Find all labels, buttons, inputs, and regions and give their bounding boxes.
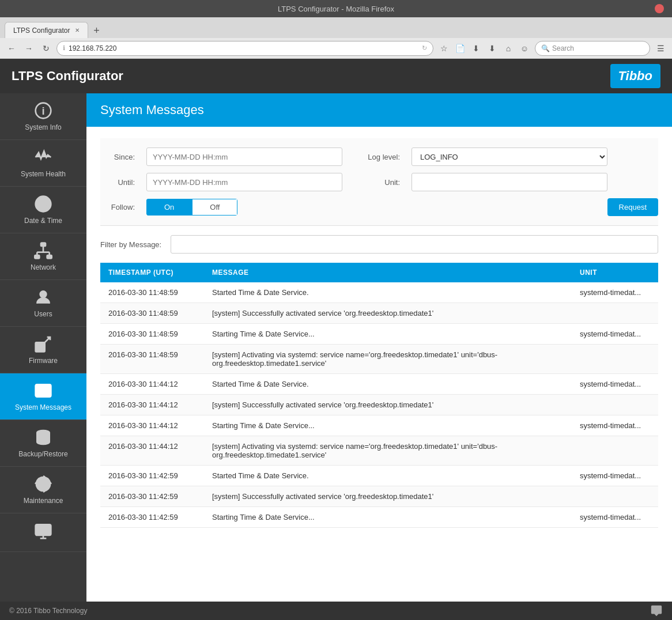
table-row: 2016-03-30 11:42:59 [system] Successfull…: [100, 486, 658, 507]
sidebar-item-date-time[interactable]: Date & Time: [0, 187, 86, 233]
filter-message-label: Filter by Message:: [100, 240, 161, 249]
svg-rect-3: [41, 243, 46, 246]
cell-message: [system] Successfully activated service …: [204, 395, 572, 415]
sidebar-item-backup-restore[interactable]: Backup/Restore: [0, 420, 86, 467]
back-button[interactable]: ←: [5, 41, 18, 55]
top-controls: Since: Log level: LOG_INFO LOG_DEBUG LOG…: [100, 138, 658, 226]
sidebar-item-firmware[interactable]: Firmware: [0, 327, 86, 373]
sidebar-label-system-info: System Info: [25, 123, 61, 131]
table-row: 2016-03-30 11:48:59 Starting Time & Date…: [100, 324, 658, 345]
filter-message-row: Filter by Message:: [100, 235, 658, 254]
follow-request-row: Follow: On Off Request: [100, 198, 658, 216]
page-header: System Messages: [86, 93, 672, 127]
sidebar-label-system-messages: System Messages: [15, 403, 71, 411]
request-button[interactable]: Request: [607, 198, 658, 216]
sidebar-item-users[interactable]: Users: [0, 280, 86, 327]
log-table: TIMESTAMP (UTC) MESSAGE UNIT 2016-03-30 …: [100, 263, 658, 528]
cell-unit: systemd-timedat...: [572, 415, 658, 436]
cell-message: Started Time & Date Service.: [204, 374, 572, 395]
sidebar-label-date-time: Date & Time: [24, 217, 62, 225]
unit-input[interactable]: [411, 173, 607, 191]
log-level-label: Log level:: [354, 153, 400, 161]
app-header: LTPS Configurator Tibbo: [0, 59, 672, 93]
svg-point-17: [36, 477, 50, 491]
menu-button[interactable]: ☰: [654, 41, 667, 55]
reload-button[interactable]: ↻: [39, 41, 53, 55]
sidebar-label-users: Users: [34, 310, 52, 318]
forward-button[interactable]: →: [22, 41, 36, 55]
log-table-wrapper[interactable]: TIMESTAMP (UTC) MESSAGE UNIT 2016-03-30 …: [100, 263, 658, 528]
cell-timestamp: 2016-03-30 11:44:12: [100, 374, 204, 395]
cell-timestamp: 2016-03-30 11:44:12: [100, 395, 204, 415]
cell-unit: systemd-timedat...: [572, 374, 658, 395]
download-icon[interactable]: ⬇: [485, 41, 499, 55]
cell-unit: [572, 486, 658, 507]
since-loglevel-row: Since: Log level: LOG_INFO LOG_DEBUG LOG…: [100, 148, 658, 166]
app-footer: © 2016 Tibbo Technology: [0, 602, 672, 620]
cell-message: Started Time & Date Service.: [204, 282, 572, 303]
svg-rect-18: [36, 524, 51, 535]
col-header-unit: UNIT: [572, 263, 658, 282]
cell-message: Starting Time & Date Service...: [204, 507, 572, 528]
cell-timestamp: 2016-03-30 11:48:59: [100, 345, 204, 374]
cell-unit: [572, 345, 658, 374]
log-table-body: 2016-03-30 11:48:59 Started Time & Date …: [100, 282, 658, 528]
table-row: 2016-03-30 11:44:12 [system] Activating …: [100, 436, 658, 466]
since-input[interactable]: [146, 148, 342, 166]
tibbo-logo: Tibbo: [610, 64, 660, 88]
table-row: 2016-03-30 11:44:12 Started Time & Date …: [100, 374, 658, 395]
filter-message-input[interactable]: [171, 235, 658, 254]
cell-message: [system] Successfully activated service …: [204, 303, 572, 324]
search-placeholder: Search: [552, 44, 574, 52]
since-label: Since:: [100, 153, 135, 161]
main-content: System Messages Since: Log level: LOG_IN…: [86, 93, 672, 602]
sidebar-label-firmware: Firmware: [29, 357, 58, 365]
bookmark-star-icon[interactable]: ☆: [437, 41, 451, 55]
refresh-icon: ↻: [422, 44, 427, 52]
cell-message: [system] Activating via systemd: service…: [204, 436, 572, 466]
svg-rect-5: [47, 255, 52, 258]
browser-close-button[interactable]: [655, 4, 664, 13]
browser-search-bar[interactable]: 🔍 Search: [535, 41, 650, 56]
account-icon[interactable]: ☺: [518, 41, 531, 55]
browser-tab[interactable]: LTPS Configurator ✕: [5, 22, 88, 38]
sidebar-item-system-info[interactable]: i System Info: [0, 93, 86, 140]
browser-nav-bar: ← → ↻ ℹ 192.168.75.220 ↻ ☆ 📄 ⬇ ⬇ ⌂ ☺ 🔍 S…: [0, 38, 672, 59]
table-row: 2016-03-30 11:48:59 [system] Successfull…: [100, 303, 658, 324]
sidebar: i System Info System Health Date & Time: [0, 93, 86, 602]
cell-timestamp: 2016-03-30 11:48:59: [100, 324, 204, 345]
home-icon[interactable]: ⌂: [501, 41, 515, 55]
pocket-icon[interactable]: ⬇: [469, 41, 483, 55]
sidebar-label-maintenance: Maintenance: [24, 497, 63, 505]
table-header: TIMESTAMP (UTC) MESSAGE UNIT: [100, 263, 658, 282]
footer-text: © 2016 Tibbo Technology: [9, 607, 87, 615]
new-tab-button[interactable]: +: [90, 24, 103, 37]
sidebar-item-maintenance[interactable]: Maintenance: [0, 467, 86, 513]
cell-message: Starting Time & Date Service...: [204, 415, 572, 436]
col-header-message: MESSAGE: [204, 263, 572, 282]
address-bar[interactable]: ℹ 192.168.75.220 ↻: [56, 41, 433, 56]
svg-point-10: [40, 291, 47, 297]
until-input[interactable]: [146, 173, 342, 191]
cell-timestamp: 2016-03-30 11:44:12: [100, 415, 204, 436]
follow-on-button[interactable]: On: [146, 199, 192, 216]
sidebar-item-extra[interactable]: [0, 513, 86, 552]
tab-label: LTPS Configurator: [13, 27, 70, 35]
sidebar-item-system-messages[interactable]: System Messages: [0, 373, 86, 420]
table-row: 2016-03-30 11:44:12 Starting Time & Date…: [100, 415, 658, 436]
sidebar-item-system-health[interactable]: System Health: [0, 140, 86, 187]
lock-icon: ℹ: [63, 44, 65, 52]
follow-off-button[interactable]: Off: [192, 199, 237, 216]
svg-rect-4: [35, 255, 39, 258]
tab-close-icon[interactable]: ✕: [75, 27, 80, 33]
reader-icon[interactable]: 📄: [453, 41, 467, 55]
app-wrapper: LTPS Configurator Tibbo i System Info Sy…: [0, 59, 672, 620]
follow-toggle: On Off: [146, 199, 237, 216]
cell-unit: systemd-timedat...: [572, 466, 658, 486]
sidebar-item-network[interactable]: Network: [0, 233, 86, 280]
page-body: Since: Log level: LOG_INFO LOG_DEBUG LOG…: [86, 127, 672, 602]
table-row: 2016-03-30 11:44:12 [system] Successfull…: [100, 395, 658, 415]
log-level-select[interactable]: LOG_INFO LOG_DEBUG LOG_WARNING LOG_ERROR: [411, 148, 607, 166]
cell-message: Started Time & Date Service.: [204, 466, 572, 486]
table-row: 2016-03-30 11:48:59 Started Time & Date …: [100, 282, 658, 303]
